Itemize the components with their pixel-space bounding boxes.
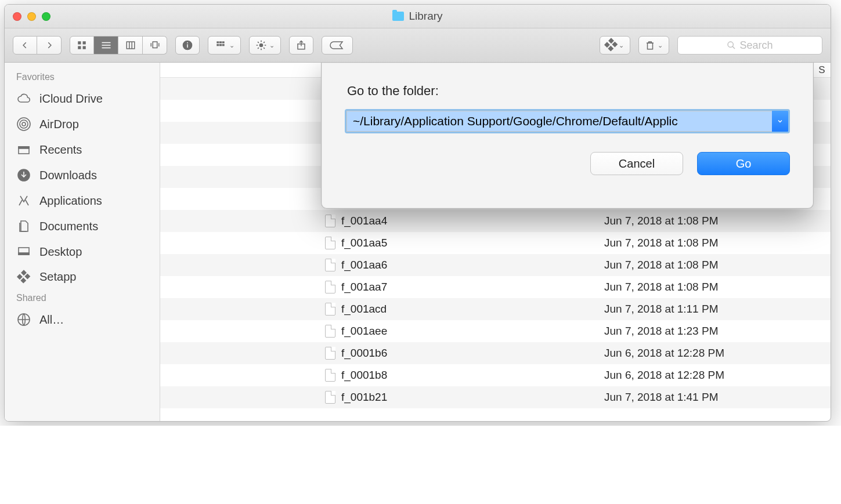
svg-rect-2 — [78, 46, 81, 49]
sidebar-item-label: Recents — [39, 143, 82, 157]
cancel-button[interactable]: Cancel — [590, 152, 683, 175]
sidebar-item-applications[interactable]: Applications — [5, 188, 160, 213]
folder-icon — [392, 12, 404, 21]
file-icon — [325, 215, 335, 227]
view-mode-buttons — [70, 36, 167, 55]
svg-rect-20 — [219, 44, 222, 46]
svg-rect-0 — [78, 41, 81, 44]
window-title: Library — [5, 10, 831, 23]
file-row[interactable]: f_0001b6Jun 6, 2018 at 12:28 PM — [160, 342, 831, 364]
minimize-window-button[interactable] — [27, 12, 36, 21]
path-input[interactable] — [346, 111, 772, 132]
file-name: f_0001b6 — [341, 347, 387, 360]
file-icon — [325, 369, 335, 382]
file-name: f_001aa4 — [341, 215, 387, 227]
sidebar-item-label: Applications — [39, 194, 102, 208]
finder-window: Library — [4, 4, 831, 422]
nav-buttons — [13, 36, 62, 55]
sidebar-item-all-shared[interactable]: All… — [5, 307, 160, 332]
window-title-label: Library — [409, 10, 442, 23]
sidebar-item-airdrop[interactable]: AirDrop — [5, 111, 160, 137]
svg-rect-6 — [102, 48, 110, 49]
zoom-window-button[interactable] — [42, 12, 50, 21]
titlebar: Library — [5, 5, 831, 28]
sidebar: Favorites iCloud Drive AirDrop Recents D… — [5, 63, 160, 421]
sidebar-item-icloud-drive[interactable]: iCloud Drive — [5, 86, 160, 111]
dropbox-button[interactable]: ⌄ — [600, 36, 630, 55]
search-input[interactable]: Search — [677, 36, 822, 55]
column-header-size[interactable]: S — [813, 64, 831, 76]
sidebar-item-label: iCloud Drive — [39, 92, 103, 106]
file-row[interactable]: f_001aa4Jun 7, 2018 at 1:08 PM — [160, 210, 831, 232]
sidebar-item-documents[interactable]: Documents — [5, 213, 160, 239]
path-history-dropdown[interactable] — [772, 111, 788, 132]
file-icon — [325, 391, 335, 404]
go-button[interactable]: Go — [697, 152, 790, 175]
sidebar-item-label: All… — [39, 313, 64, 327]
sidebar-item-setapp[interactable]: Setapp — [5, 264, 160, 289]
file-name: f_001b21 — [341, 391, 387, 404]
view-columns-button[interactable] — [118, 36, 143, 55]
file-icon — [325, 237, 335, 249]
search-icon — [727, 41, 736, 50]
setapp-icon — [16, 272, 31, 282]
path-combobox — [345, 109, 790, 133]
file-icon — [325, 303, 335, 316]
chevron-down-icon: ⌄ — [658, 42, 663, 49]
file-date-modified: Jun 6, 2018 at 12:28 PM — [604, 347, 831, 360]
file-row[interactable]: f_001aa7Jun 7, 2018 at 1:08 PM — [160, 276, 831, 298]
file-name: f_0001b8 — [341, 369, 387, 382]
svg-point-27 — [22, 122, 26, 126]
sidebar-item-label: Desktop — [39, 245, 82, 259]
file-date-modified: Jun 7, 2018 at 1:08 PM — [604, 259, 831, 271]
svg-rect-5 — [102, 45, 110, 46]
svg-point-15 — [187, 42, 188, 43]
arrange-button[interactable]: ⌄ — [208, 36, 241, 55]
file-row[interactable]: f_001aeeJun 7, 2018 at 1:23 PM — [160, 320, 831, 342]
svg-rect-10 — [153, 42, 157, 48]
sidebar-section-header: Shared — [5, 289, 160, 307]
file-date-modified: Jun 7, 2018 at 1:41 PM — [604, 391, 831, 404]
cleaner-button[interactable]: ⌄ — [638, 36, 669, 55]
file-row[interactable]: f_001b21Jun 7, 2018 at 1:41 PM — [160, 386, 831, 408]
file-row[interactable]: f_001acdJun 7, 2018 at 1:11 PM — [160, 298, 831, 320]
dialog-actions: Cancel Go — [345, 152, 790, 175]
applications-icon — [16, 194, 31, 208]
forward-button[interactable] — [37, 36, 62, 55]
svg-rect-21 — [222, 44, 225, 46]
svg-rect-34 — [19, 253, 29, 255]
svg-rect-24 — [648, 43, 653, 49]
sidebar-item-label: Downloads — [39, 169, 97, 182]
action-button[interactable]: ⌄ — [249, 36, 281, 55]
file-name: f_001aa6 — [341, 259, 387, 271]
sidebar-item-downloads[interactable]: Downloads — [5, 162, 160, 188]
file-date-modified: Jun 7, 2018 at 1:11 PM — [604, 303, 831, 316]
file-row[interactable]: f_001aa6Jun 7, 2018 at 1:08 PM — [160, 254, 831, 276]
svg-point-22 — [259, 43, 264, 48]
file-row[interactable]: f_0001b8Jun 6, 2018 at 12:28 PM — [160, 364, 831, 386]
desktop-icon — [16, 245, 31, 259]
recents-icon — [16, 143, 31, 157]
file-icon — [325, 259, 335, 271]
sidebar-item-recents[interactable]: Recents — [5, 137, 160, 162]
file-name: f_001aa7 — [341, 281, 387, 293]
svg-rect-18 — [222, 41, 225, 43]
file-row[interactable]: f_001aa5Jun 7, 2018 at 1:08 PM — [160, 232, 831, 254]
chevron-down-icon: ⌄ — [229, 42, 234, 49]
svg-line-26 — [732, 46, 735, 49]
file-date-modified: Jun 7, 2018 at 1:08 PM — [604, 237, 831, 249]
info-button[interactable] — [175, 36, 200, 55]
back-button[interactable] — [13, 36, 37, 55]
tags-button[interactable] — [322, 36, 353, 55]
sidebar-item-desktop[interactable]: Desktop — [5, 239, 160, 264]
close-window-button[interactable] — [13, 12, 21, 21]
downloads-icon — [16, 168, 31, 182]
share-button[interactable] — [289, 36, 313, 55]
view-gallery-button[interactable] — [143, 36, 167, 55]
view-list-button[interactable] — [94, 36, 118, 55]
svg-rect-3 — [83, 46, 86, 49]
content-area: Favorites iCloud Drive AirDrop Recents D… — [5, 63, 831, 421]
svg-rect-4 — [102, 42, 110, 43]
svg-rect-17 — [219, 41, 222, 43]
view-icons-button[interactable] — [70, 36, 94, 55]
